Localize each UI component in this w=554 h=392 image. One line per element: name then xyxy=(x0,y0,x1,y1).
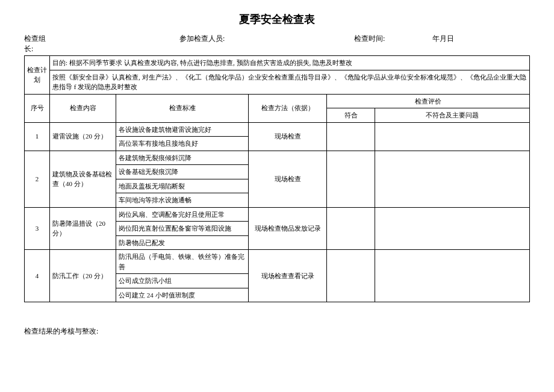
row-seq: 4 xyxy=(25,250,50,302)
members-value xyxy=(228,34,354,54)
table-row: 4 防汛工作（20 分） 防汛用品（手电筒、铁锹、铁丝等）准备完善 现场检查查看… xyxy=(25,250,530,274)
row-content: 防汛工作（20 分） xyxy=(50,250,116,302)
col-method: 检查方法（依据） xyxy=(249,94,327,122)
checklist-table: 检查计划 目的: 根据不同季节要求 认真检查发现内容, 特点进行隐患排查, 预防… xyxy=(24,55,530,302)
row-standard: 各建筑物无裂痕倾斜沉降 xyxy=(116,151,249,165)
header-row-1: 序号 检查内容 检查标准 检查方法（依据） 检查评价 xyxy=(25,94,530,108)
leader-value xyxy=(53,34,179,54)
row-standard: 公司成立防汛小组 xyxy=(116,274,249,288)
plan-label: 检查计划 xyxy=(25,56,50,95)
plan-row-2: 按照《新安全目录》认真检查, 对生产法》、《化工（危险化学品）企业安全检查重点指… xyxy=(25,70,530,94)
row-seq: 2 xyxy=(25,151,50,207)
row-method: 现场检查 xyxy=(249,151,327,207)
col-eval: 检查评价 xyxy=(327,94,530,108)
row-standard: 防暑物品已配发 xyxy=(116,235,249,250)
row-standard: 高位装车有接地且接地良好 xyxy=(116,137,249,151)
row-ok xyxy=(327,207,375,250)
row-ok xyxy=(327,250,375,302)
col-standard: 检查标准 xyxy=(116,94,249,122)
row-seq: 3 xyxy=(25,207,50,250)
row-content: 建筑物及设备基础检查（40 分） xyxy=(50,151,116,207)
time-value xyxy=(390,34,432,54)
row-standard: 各设施设备建筑物避雷设施完好 xyxy=(116,122,249,137)
row-ng xyxy=(375,207,530,250)
col-ok: 符合 xyxy=(327,108,375,123)
row-ok xyxy=(327,151,375,207)
table-row: 1 避雷设施（20 分） 各设施设备建筑物避雷设施完好 现场检查 xyxy=(25,122,530,137)
col-ng: 不符合及主要问题 xyxy=(375,108,530,123)
row-standard: 地面及盖板无塌陷断裂 xyxy=(116,179,249,193)
row-standard: 车间地沟等排水设施通畅 xyxy=(116,193,249,208)
row-standard: 设备基础无裂痕沉降 xyxy=(116,165,249,179)
row-method: 现场检查 xyxy=(249,122,327,151)
row-standard: 防汛用品（手电筒、铁锹、铁丝等）准备完善 xyxy=(116,250,249,274)
leader-label: 检查组长: xyxy=(24,34,53,54)
row-seq: 1 xyxy=(25,122,50,151)
row-ng xyxy=(375,151,530,207)
plan-row-1: 检查计划 目的: 根据不同季节要求 认真检查发现内容, 特点进行隐患排查, 预防… xyxy=(25,56,530,70)
col-content: 检查内容 xyxy=(50,94,116,122)
plan-line-1: 目的: 根据不同季节要求 认真检查发现内容, 特点进行隐患排查, 预防自然灾害造… xyxy=(50,56,530,70)
row-standard: 公司建立 24 小时值班制度 xyxy=(116,288,249,302)
row-standard: 岗位风扇、空调配备完好且使用正常 xyxy=(116,207,249,222)
members-label: 参加检查人员: xyxy=(179,34,228,54)
table-row: 3 防暑降温措设（20 分） 岗位风扇、空调配备完好且使用正常 现场检查物品发放… xyxy=(25,207,530,222)
row-ng xyxy=(375,250,530,302)
row-ok xyxy=(327,122,375,151)
col-seq: 序号 xyxy=(25,94,50,122)
row-content: 防暑降温措设（20 分） xyxy=(50,207,116,250)
time-label: 检查时间: xyxy=(354,34,390,54)
date-label: 年月日 xyxy=(432,34,454,54)
plan-line-2: 按照《新安全目录》认真检查, 对生产法》、《化工（危险化学品）企业安全检查重点指… xyxy=(50,70,530,94)
row-method: 现场检查查看记录 xyxy=(249,250,327,302)
table-row: 2 建筑物及设备基础检查（40 分） 各建筑物无裂痕倾斜沉降 现场检查 xyxy=(25,151,530,165)
row-ng xyxy=(375,122,530,151)
footer-note: 检查结果的考核与整改: xyxy=(24,326,530,337)
row-content: 避雷设施（20 分） xyxy=(50,122,116,151)
page-title: 夏季安全检查表 xyxy=(24,12,530,26)
row-method: 现场检查物品发放记录 xyxy=(249,207,327,250)
form-header: 检查组长: 参加检查人员: 检查时间: 年月日 xyxy=(24,34,530,54)
row-standard: 岗位阳光直射位置配备窗帘等遮阳设施 xyxy=(116,222,249,236)
